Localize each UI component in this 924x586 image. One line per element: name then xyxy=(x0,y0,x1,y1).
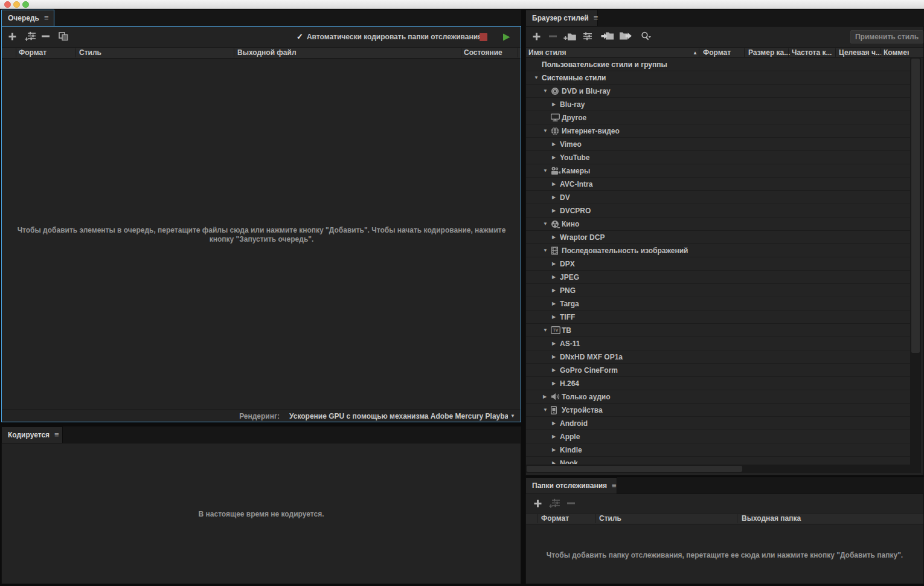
preset-tree-row[interactable]: ▼Интернет-видео xyxy=(526,124,910,138)
preset-tree-row[interactable]: ▶PNG xyxy=(526,284,910,297)
column-frame-size[interactable]: Размер ка... xyxy=(748,48,790,58)
preset-settings-button sliders-icon[interactable] xyxy=(583,32,592,40)
twirl-closed-icon[interactable]: ▶ xyxy=(552,447,560,452)
add-output-button sliders-plus-icon[interactable] xyxy=(25,31,36,41)
preset-tree-row[interactable]: ▼Последовательность изображений xyxy=(526,244,910,257)
zoom-window-button[interactable] xyxy=(22,1,29,8)
twirl-closed-icon[interactable]: ▶ xyxy=(552,301,560,306)
export-preset-button folder-export-icon[interactable] xyxy=(619,31,632,40)
import-preset-button folder-import-icon[interactable] xyxy=(601,31,614,40)
twirl-closed-icon[interactable]: ▶ xyxy=(552,341,560,346)
preset-tree-row[interactable]: ▼Кино xyxy=(526,217,910,231)
duplicate-button duplicate-icon[interactable] xyxy=(59,32,69,41)
preset-tree-row[interactable]: ▼Системные стили xyxy=(526,71,910,85)
twirl-open-icon[interactable]: ▼ xyxy=(543,221,551,227)
auto-encode-checkbox[interactable]: ✓ Автоматически кодировать папки отслежи… xyxy=(297,32,482,41)
panel-menu-icon[interactable]: ≡ xyxy=(54,432,59,438)
preset-tree-row[interactable]: ▶YouTube xyxy=(526,151,910,164)
preset-tree-row[interactable]: ▼Устройства xyxy=(526,404,910,417)
horizontal-scrollbar-thumb[interactable] xyxy=(527,466,742,472)
column-frame-rate[interactable]: Частота к... xyxy=(792,48,832,58)
remove-folder-button minus-icon[interactable] xyxy=(567,502,575,504)
create-preset-button plus-icon[interactable] xyxy=(532,32,541,41)
preset-tree-row[interactable]: ▶Targa xyxy=(526,297,910,311)
preset-tree-row[interactable]: ▶Blu-ray xyxy=(526,98,910,111)
sort-ascending-icon[interactable]: ▲ xyxy=(693,48,698,58)
twirl-open-icon[interactable]: ▼ xyxy=(543,88,551,94)
preset-tree-row[interactable]: ▶Kindle xyxy=(526,443,910,457)
column-preset-name[interactable]: Имя стиля xyxy=(528,48,566,58)
preset-tree-row[interactable]: ▶AS-11 xyxy=(526,337,910,350)
twirl-closed-icon[interactable]: ▶ xyxy=(552,155,560,160)
twirl-open-icon[interactable]: ▼ xyxy=(543,407,551,413)
vertical-scrollbar[interactable] xyxy=(910,58,921,473)
twirl-closed-icon[interactable]: ▶ xyxy=(552,261,560,266)
close-window-button[interactable] xyxy=(4,1,11,8)
twirl-closed-icon[interactable]: ▶ xyxy=(552,195,560,200)
twirl-open-icon[interactable]: ▼ xyxy=(543,168,551,173)
delete-preset-button minus-icon[interactable] xyxy=(549,35,557,37)
twirl-closed-icon[interactable]: ▶ xyxy=(552,288,560,293)
tab-queue[interactable]: Очередь ≡ xyxy=(1,10,54,26)
column-target-bitrate[interactable]: Целевая ч... xyxy=(839,48,882,58)
twirl-closed-icon[interactable]: ▶ xyxy=(552,141,560,147)
vertical-scrollbar-thumb[interactable] xyxy=(911,59,920,353)
twirl-closed-icon[interactable]: ▶ xyxy=(552,460,560,464)
column-preset[interactable]: Стиль xyxy=(79,48,101,58)
preset-tree-row[interactable]: ▶Vimeo xyxy=(526,138,910,151)
tab-encoding[interactable]: Кодируется ≡ xyxy=(1,427,63,443)
panel-menu-icon[interactable]: ≡ xyxy=(594,15,598,21)
twirl-closed-icon[interactable]: ▶ xyxy=(552,101,560,107)
twirl-closed-icon[interactable]: ▶ xyxy=(552,181,560,187)
twirl-closed-icon[interactable]: ▶ xyxy=(552,381,560,386)
preset-tree-row[interactable]: ▶AVC-Intra xyxy=(526,178,910,191)
preset-tree-row[interactable]: ▶Wraptor DCP xyxy=(526,231,910,244)
create-group-button folder-plus-icon[interactable] xyxy=(563,31,576,41)
stop-queue-button stop-icon[interactable] xyxy=(480,33,487,41)
preset-tree-row[interactable]: ▶DVCPRO xyxy=(526,204,910,217)
preset-tree-row[interactable]: ▼TVТВ xyxy=(526,324,910,337)
preset-tree-row[interactable]: ▶DNxHD MXF OP1a xyxy=(526,350,910,364)
preset-tree-row[interactable]: ▶DV xyxy=(526,191,910,204)
twirl-closed-icon[interactable]: ▶ xyxy=(552,367,560,373)
minimize-window-button[interactable] xyxy=(13,1,20,8)
search-button search-icon[interactable] xyxy=(641,31,652,42)
preset-tree-row[interactable]: ▶Android xyxy=(526,417,910,430)
add-output-button sliders-plus-icon[interactable] xyxy=(549,498,560,508)
remove-item-button minus-icon[interactable] xyxy=(42,35,50,37)
preset-tree-row[interactable]: ▶GoPro CineForm xyxy=(526,364,910,377)
twirl-open-icon[interactable]: ▼ xyxy=(534,75,542,80)
render-engine-dropdown[interactable]: Ускорение GPU с помощью механизма Adobe … xyxy=(289,412,508,420)
twirl-closed-icon[interactable]: ▶ xyxy=(552,434,560,439)
tab-watch-folders[interactable]: Папки отслеживания ≡ xyxy=(525,477,617,494)
preset-tree-row[interactable]: ▶DPX xyxy=(526,257,910,271)
preset-tree-row[interactable]: ▼DVD и Blu-ray xyxy=(526,85,910,98)
twirl-closed-icon[interactable]: ▶ xyxy=(552,354,560,359)
twirl-closed-icon[interactable]: ▶ xyxy=(552,208,560,213)
preset-tree-row[interactable]: ▼Камеры xyxy=(526,164,910,178)
dropdown-caret-icon[interactable]: ▼ xyxy=(510,413,515,419)
twirl-open-icon[interactable]: ▼ xyxy=(543,248,551,253)
start-queue-button play-icon[interactable] xyxy=(502,33,511,42)
apply-preset-button[interactable]: Применить стиль xyxy=(850,30,923,43)
twirl-open-icon[interactable]: ▼ xyxy=(543,327,551,333)
column-output-file[interactable]: Выходной файл xyxy=(237,48,297,58)
panel-menu-icon[interactable]: ≡ xyxy=(44,15,49,21)
twirl-closed-icon[interactable]: ▶ xyxy=(552,420,560,426)
column-comment[interactable]: Комментар xyxy=(884,48,909,58)
horizontal-scrollbar[interactable] xyxy=(526,465,910,473)
preset-tree-row[interactable]: Другое xyxy=(526,111,910,124)
preset-tree-row[interactable]: ▶H.264 xyxy=(526,377,910,390)
preset-tree-row[interactable]: ▶Только аудио xyxy=(526,390,910,404)
add-source-button plus-icon[interactable] xyxy=(8,32,17,41)
tab-preset-browser[interactable]: Браузер стилей ≡ xyxy=(525,10,598,26)
add-folder-button plus-icon[interactable] xyxy=(533,499,542,508)
preset-tree-row[interactable]: ▶TIFF xyxy=(526,311,910,324)
twirl-closed-icon[interactable]: ▶ xyxy=(552,234,560,240)
column-preset[interactable]: Стиль xyxy=(599,514,621,524)
column-format[interactable]: Формат xyxy=(703,48,731,58)
twirl-closed-icon[interactable]: ▶ xyxy=(552,314,560,320)
column-status[interactable]: Состояние xyxy=(464,48,502,58)
panel-menu-icon[interactable]: ≡ xyxy=(612,483,617,489)
preset-tree-row[interactable]: Пользовательские стили и группы xyxy=(526,58,910,71)
